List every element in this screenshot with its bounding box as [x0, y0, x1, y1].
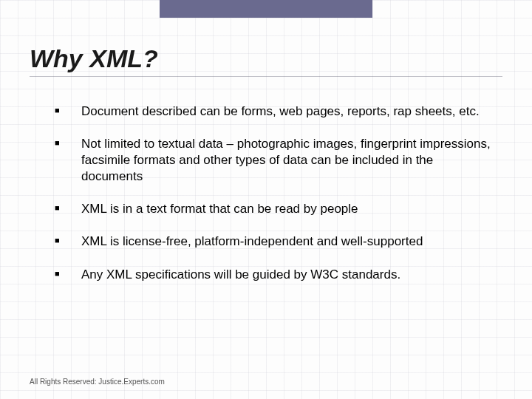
square-bullet-icon: ■: [55, 103, 81, 115]
list-item: ■ XML is license-free, platform-independ…: [55, 233, 502, 250]
slide-content: Why XML? ■ Document described can be for…: [0, 0, 532, 283]
bullet-text: Document described can be forms, web pag…: [81, 103, 480, 120]
bullet-text: Any XML specifications will be guided by…: [81, 267, 400, 283]
bullet-text: Not limited to textual data – photograph…: [81, 136, 495, 185]
list-item: ■ Any XML specifications will be guided …: [55, 267, 502, 283]
list-item: ■ XML is in a text format that can be re…: [55, 201, 502, 217]
square-bullet-icon: ■: [55, 201, 81, 212]
bullet-list: ■ Document described can be forms, web p…: [30, 103, 502, 283]
square-bullet-icon: ■: [55, 267, 81, 278]
bullet-text: XML is in a text format that can be read…: [81, 201, 358, 217]
square-bullet-icon: ■: [55, 233, 81, 245]
footer-text: All Rights Reserved: Justice.Experts.com: [30, 378, 165, 386]
list-item: ■ Not limited to textual data – photogra…: [55, 136, 502, 185]
title-underline: [30, 76, 502, 77]
list-item: ■ Document described can be forms, web p…: [55, 103, 502, 120]
bullet-text: XML is license-free, platform-independen…: [81, 233, 423, 250]
slide-title: Why XML?: [30, 44, 502, 73]
square-bullet-icon: ■: [55, 136, 81, 147]
